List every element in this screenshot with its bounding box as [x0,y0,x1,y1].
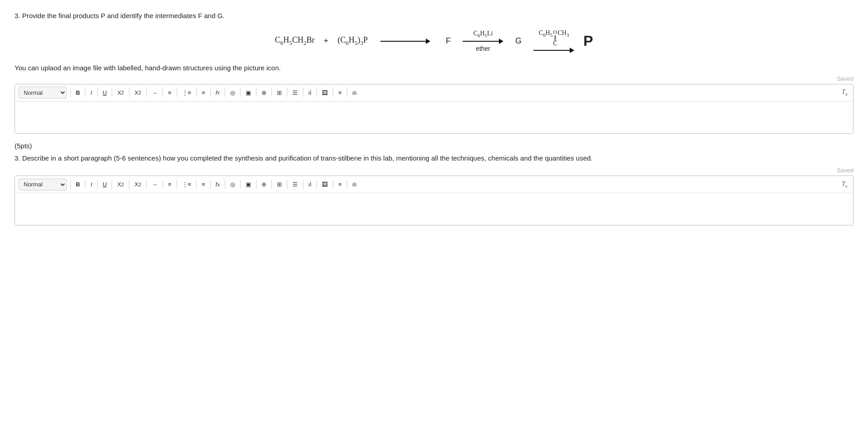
arrow3 [533,48,574,53]
sep-4 [112,88,112,97]
sep-8 [177,88,177,97]
sep2-16 [303,180,303,189]
chart-btn-1[interactable]: ılı [351,88,358,97]
subscript-btn-2[interactable]: X2 [116,180,125,189]
sep2-8 [177,180,177,189]
bold-btn-2[interactable]: B [74,180,81,189]
more1-btn-1[interactable]: ☰ [291,88,299,97]
editor-box-2: Normal Heading 1 Heading 2 Heading 3 B I… [15,176,853,225]
question-3-header: 3. Provide the final products P and iden… [15,11,853,21]
sep-19 [347,88,347,97]
more1-btn-2[interactable]: ☰ [291,180,299,189]
sep-1 [70,88,71,97]
sep2-5 [129,180,129,189]
align-btn-2[interactable]: ≡ [200,180,207,189]
style-select-2[interactable]: Normal Heading 1 Heading 2 Heading 3 [19,179,67,190]
sep2-10 [210,180,211,189]
sep2-13 [256,180,256,189]
align-btn-1[interactable]: ≡ [200,88,207,97]
sep2-9 [196,180,197,189]
superscript-btn-1[interactable]: X2 [133,88,143,97]
formula-btn-1[interactable]: fx [214,88,221,97]
editor-box-1: Normal Heading 1 Heading 2 Heading 3 B I… [15,84,853,134]
sep-18 [333,88,333,97]
arrow3-container: C6H5 O ‖ C CH3 [533,29,574,53]
superscript-btn-2[interactable]: X2 [133,180,143,189]
table-btn-2[interactable]: ⊞ [276,180,283,189]
chart-btn-2[interactable]: ılı [351,180,358,189]
reagent1-top: C6H5Li [473,30,493,38]
sep-3 [97,88,98,97]
list-ol-btn-1[interactable]: ≡ [167,88,173,97]
intermediate-f: F [446,36,451,46]
reactant2: (C6H5)3P [338,35,368,47]
more2-btn-2[interactable]: ıİ [307,180,313,189]
sep2-4 [112,180,112,189]
sep2-18 [333,180,333,189]
reactant1: C6H5CH2Br [275,35,315,47]
sep-13 [256,88,256,97]
sep2-1 [70,180,71,189]
subscript-btn-1[interactable]: X2 [116,88,125,97]
link-btn-1[interactable]: ⊕ [260,88,268,97]
media-btn-1[interactable]: 🖼 [321,88,329,97]
arrow2 [463,39,503,44]
sep-16 [303,88,303,97]
sep2-6 [146,180,147,189]
image-btn-1[interactable]: ▣ [244,88,252,97]
sep2-7 [163,180,163,189]
list-ul-btn-1[interactable]: ⋮≡ [181,88,193,97]
italic-btn-1[interactable]: I [89,88,94,97]
underline-btn-2[interactable]: U [101,180,108,189]
image-btn-2[interactable]: ▣ [244,180,252,189]
underline-btn-1[interactable]: U [101,88,108,97]
bold-btn-1[interactable]: B [74,88,81,97]
sep2-2 [85,180,85,189]
list-ol-btn-2[interactable]: ≡ [167,180,173,189]
sep-2 [85,88,85,97]
sep-14 [271,88,272,97]
list-ul-btn-2[interactable]: ⋮≡ [181,180,193,189]
editor-content-1[interactable] [15,102,853,133]
clear-format-btn-1[interactable]: Tx [840,88,849,97]
special-btn-1[interactable]: ◎ [229,88,237,97]
sep-7 [163,88,163,97]
sep-6 [146,88,147,97]
indent-btn-1[interactable]: → [150,88,159,97]
more3-btn-2[interactable]: ≡ [337,180,343,189]
indent-btn-2[interactable]: → [150,180,159,189]
sep-5 [129,88,129,97]
sep-12 [240,88,241,97]
sep2-15 [287,180,287,189]
editor-content-2[interactable] [15,193,853,225]
italic-btn-2[interactable]: I [89,180,94,189]
pts-label: (5pts) [15,142,853,150]
clear-format-btn-2[interactable]: Tx [840,180,849,189]
sep2-11 [225,180,225,189]
plus-sign: + [324,36,329,46]
reagent1-bottom: ether [476,45,490,52]
more3-btn-1[interactable]: ≡ [337,88,343,97]
saved-label-1: Saved [15,75,853,82]
style-select-1[interactable]: Normal Heading 1 Heading 2 Heading 3 [19,87,67,98]
sep-11 [225,88,225,97]
saved-label-2: Saved [15,167,853,174]
editor-toolbar-2: Normal Heading 1 Heading 2 Heading 3 B I… [15,176,853,193]
media-btn-2[interactable]: 🖼 [321,180,329,189]
sep2-12 [240,180,241,189]
sep2-17 [316,180,317,189]
special-btn-2[interactable]: ◎ [229,180,237,189]
sep-9 [196,88,197,97]
link-btn-2[interactable]: ⊕ [260,180,268,189]
arrow1 [380,39,430,44]
table-btn-1[interactable]: ⊞ [276,88,283,97]
sep-15 [287,88,287,97]
question3b-text: 3. Describe in a short paragraph (5-6 se… [15,153,853,164]
more2-btn-1[interactable]: ıİ [307,88,313,97]
editor-toolbar-1: Normal Heading 1 Heading 2 Heading 3 B I… [15,84,853,102]
reagent2: C6H5 O ‖ C CH3 [539,29,569,47]
sep-10 [210,88,211,97]
product-p: P [583,33,593,49]
upload-text: You can uplaod an image file with labell… [15,64,853,72]
formula-btn-2[interactable]: fx [214,180,221,189]
